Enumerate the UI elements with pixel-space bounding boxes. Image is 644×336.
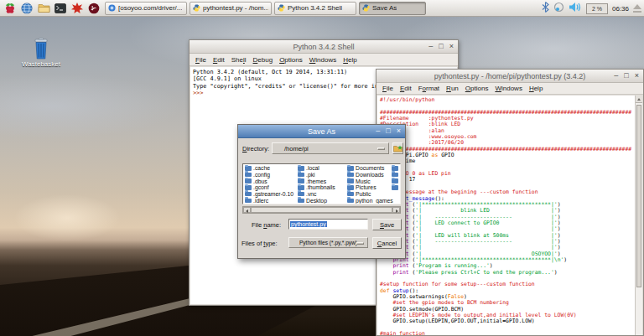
folder-icon [298,185,304,190]
file-name-input[interactable]: pythontest.py [288,219,368,230]
close-button[interactable]: × [397,125,401,137]
menu-edit[interactable]: Edit [397,85,415,92]
menu-help[interactable]: Help [526,85,546,92]
file-manager-icon[interactable] [37,2,50,15]
cpu-monitor[interactable]: 2 % [586,3,608,14]
file-list-item[interactable]: Desktop [296,197,345,204]
file-list-item[interactable] [390,178,401,184]
file-list-item-label: Desktop [306,198,327,204]
taskbar-button-save-as[interactable]: Save As [359,2,426,15]
menu-help[interactable]: Help [340,56,360,64]
file-list-item-label: .pki [306,172,315,178]
save-button[interactable]: Save [372,219,402,230]
code-line: #main function [380,331,632,335]
scrollbar-thumb[interactable] [636,105,641,287]
file-list-item-label: .config [253,172,270,178]
wolfram-icon[interactable] [87,2,101,15]
file-list-item[interactable]: .cache [243,165,296,172]
file-list-item[interactable]: .idlerc [243,197,296,204]
web-browser-icon[interactable] [20,2,34,15]
menu-edit[interactable]: Edit [210,56,228,64]
file-list-item[interactable]: .pki [296,172,345,178]
file-list-item[interactable]: .config [243,172,296,178]
dialog-titlebar[interactable]: Save As – □ × [238,125,405,138]
directory-combobox[interactable]: /home/pi [272,142,389,154]
shell-window-controls: – □ × [428,40,454,53]
shell-titlebar[interactable]: Python 3.4.2 Shell – □ × [190,40,458,54]
file-list-item[interactable] [390,184,401,191]
menu-run[interactable]: Run [443,85,462,92]
menu-windows[interactable]: Windows [306,56,340,64]
raspberry-menu-icon[interactable] [3,2,17,15]
folder-icon [392,178,398,184]
new-folder-button[interactable] [392,142,403,154]
scroll-left-arrow[interactable] [243,207,251,213]
menu-options[interactable]: Options [276,56,306,64]
file-list-item[interactable]: Documents [345,165,390,172]
scroll-right-arrow[interactable] [392,207,400,213]
folder-icon [347,173,354,178]
wastebasket-desktop-icon[interactable]: Wastebasket [15,38,67,68]
close-button[interactable]: × [635,70,639,82]
file-list-item[interactable]: .gconf [243,184,296,191]
menu-debug[interactable]: Debug [250,56,277,64]
file-list[interactable]: .cache.config.dbus.gconf.gstreamer-0.10.… [242,163,401,204]
combo-indicator-icon [356,242,364,245]
file-list-item[interactable]: .dbus [243,178,296,184]
file-list-item[interactable]: .gstreamer-0.10 [243,191,296,198]
file-list-item[interactable]: python_games [345,197,390,204]
taskbar-button-pythontest-py-hom[interactable]: pythontest.py - /hom... [190,2,272,15]
file-list-item-label: .gstreamer-0.10 [253,191,293,197]
editor-titlebar[interactable]: pythontest.py - /home/pi/pythontest.py (… [377,70,643,83]
vertical-scrollbar[interactable] [635,96,642,335]
menu-options[interactable]: Options [462,85,492,92]
file-list-item[interactable]: Music [345,178,390,184]
minimize-button[interactable]: – [614,70,618,82]
file-list-column-clipped [390,165,401,204]
directory-label: Directory: [242,145,269,152]
folder-icon [298,192,304,197]
volume-icon[interactable] [569,1,582,16]
folder-icon [245,185,252,190]
scrollbar-thumb[interactable] [251,207,392,213]
menu-file[interactable]: File [379,85,397,92]
file-list-item-label: .dbus [253,178,267,184]
maximize-button[interactable]: □ [624,70,628,82]
file-list-item[interactable]: Pictures [345,184,390,191]
eject-icon[interactable] [633,4,641,9]
minimize-button[interactable]: – [376,125,380,137]
file-list-column: .cache.config.dbus.gconf.gstreamer-0.10.… [243,165,296,204]
file-list-item-label: .local [306,165,319,171]
menu-file[interactable]: File [192,56,210,64]
mathematica-spikey-icon[interactable] [70,2,84,15]
taskbar-button-osoyoo-com-driver[interactable]: [osoyoo.com/driver/... [105,2,187,15]
editor-window: pythontest.py - /home/pi/pythontest.py (… [376,69,644,336]
file-list-item[interactable]: .local [296,165,345,172]
file-list-item[interactable]: Public [345,191,390,198]
cancel-button[interactable]: Cancel [372,237,402,249]
maximize-button[interactable]: □ [386,125,390,137]
taskbar-button-python-3-4-2-shell[interactable]: Python 3.4.2 Shell [274,2,356,15]
menu-format[interactable]: Format [415,85,443,92]
scroll-up-arrow[interactable] [636,96,642,103]
taskbar-button-label: Save As [372,4,397,12]
file-list-item[interactable]: .vnc [296,191,345,198]
file-list-item[interactable]: Downloads [345,172,390,178]
folder-icon [298,166,304,171]
terminal-icon[interactable] [54,2,67,15]
minimize-button[interactable]: – [428,40,433,53]
bluetooth-icon[interactable] [542,1,549,16]
menu-shell[interactable]: Shell [228,56,250,64]
code-editor[interactable]: #!/usr/bin/python ######################… [377,96,642,335]
close-button[interactable]: × [449,40,454,53]
network-icon[interactable] [553,1,564,16]
file-list-item[interactable]: .themes [296,178,345,184]
taskbar-clock[interactable]: 06:36 [612,5,629,13]
file-list-item[interactable]: .thumbnails [296,184,345,191]
file-list-item-label: Downloads [356,172,384,178]
maximize-button[interactable]: □ [439,40,443,53]
menu-windows[interactable]: Windows [491,85,525,92]
folder-icon [245,192,252,197]
files-of-type-dropdown[interactable]: Python files (*.py,*.pyw) [288,237,368,248]
horizontal-scrollbar[interactable] [242,206,401,214]
